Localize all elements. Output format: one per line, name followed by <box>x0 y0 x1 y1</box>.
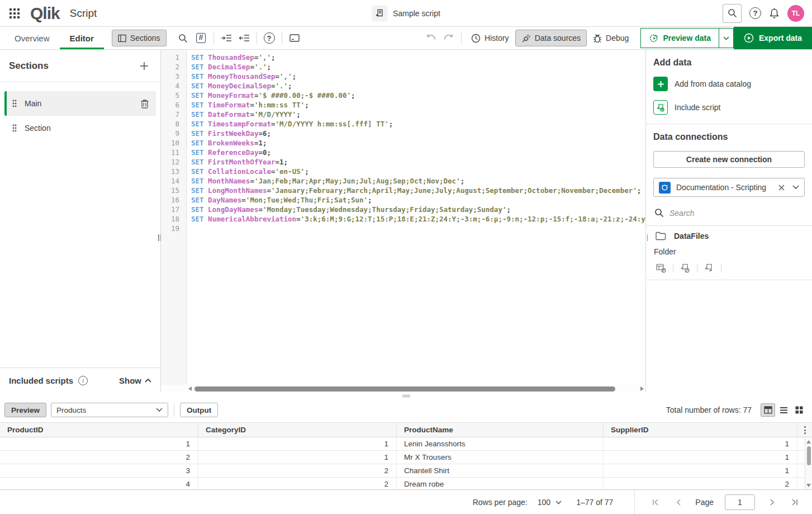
console-icon[interactable] <box>286 30 303 46</box>
code-line[interactable] <box>191 224 645 233</box>
code-line[interactable]: SET ThousandSep=','; <box>191 53 645 62</box>
tab-editor[interactable]: Editor <box>60 27 104 49</box>
output-button[interactable]: Output <box>180 403 218 417</box>
scrollbar-thumb[interactable] <box>807 446 811 465</box>
section-item-main[interactable]: Main <box>4 91 156 116</box>
connection-search-input[interactable] <box>669 209 764 218</box>
code-line[interactable]: SET LongMonthNames='January;February;Mar… <box>191 186 645 195</box>
code-area[interactable]: SET ThousandSep=',';SET DecimalSep='.';S… <box>187 50 645 385</box>
code-line[interactable]: SET FirstWeekDay=6; <box>191 129 645 138</box>
splitter-drag-handle[interactable] <box>402 394 410 398</box>
section-item-label: Section <box>25 124 149 133</box>
sections-toggle-button[interactable]: Sections <box>112 30 167 46</box>
document-title[interactable]: Sample script <box>372 6 440 21</box>
next-page-icon[interactable] <box>766 497 777 508</box>
list-view-icon[interactable] <box>776 403 791 417</box>
info-icon[interactable]: i <box>78 376 88 385</box>
table-row[interactable]: 42Dream robe2 <box>0 478 812 489</box>
scroll-up-icon[interactable] <box>806 440 811 444</box>
undo-icon[interactable] <box>422 30 440 46</box>
table-vertical-scrollbar[interactable] <box>805 438 812 489</box>
panel-resize-handle[interactable] <box>645 234 650 243</box>
line-number: 4 <box>161 81 186 91</box>
previous-page-icon[interactable] <box>673 497 684 508</box>
included-scripts-bar: Included scripts i Show <box>0 367 160 393</box>
rows-per-page-select[interactable]: 100 <box>538 498 562 507</box>
column-header[interactable]: CategoryID <box>198 423 397 437</box>
page-number-input[interactable] <box>725 494 755 510</box>
preview-button[interactable]: Preview <box>4 403 46 417</box>
debug-button[interactable]: Debug <box>587 30 635 46</box>
clear-connection-icon[interactable] <box>778 185 785 191</box>
editor-horizontal-scrollbar[interactable] <box>161 385 645 393</box>
code-line[interactable]: SET MoneyThousandSep=','; <box>191 72 645 81</box>
outdent-icon[interactable] <box>235 30 253 46</box>
scroll-down-icon[interactable] <box>806 484 811 487</box>
column-header[interactable]: SupplierID <box>604 423 797 437</box>
help-icon[interactable]: ? <box>749 7 761 19</box>
global-search-button[interactable] <box>723 4 742 23</box>
preview-data-button[interactable]: Preview data <box>640 28 719 48</box>
find-replace-icon[interactable] <box>174 30 192 46</box>
syntax-help-icon[interactable]: ? <box>264 32 275 44</box>
included-scripts-show-toggle[interactable]: Show <box>119 376 151 385</box>
add-section-button[interactable] <box>137 59 151 73</box>
code-line[interactable]: SET BrokenWeeks=1; <box>191 138 645 148</box>
user-avatar[interactable]: TL <box>787 5 804 22</box>
notifications-bell-icon[interactable] <box>769 8 780 19</box>
comment-icon[interactable]: // <box>192 30 210 46</box>
redo-icon[interactable] <box>440 30 458 46</box>
select-data-icon[interactable] <box>653 262 669 274</box>
code-line[interactable]: SET FirstMonthOfYear=1; <box>191 157 645 167</box>
data-sources-button[interactable]: Data sources <box>515 30 587 46</box>
tab-overview[interactable]: Overview <box>4 27 60 49</box>
include-script-button[interactable]: Include script <box>653 100 805 115</box>
code-line[interactable]: SET DateFormat='M/D/YYYY'; <box>191 110 645 119</box>
delete-section-icon[interactable] <box>140 98 149 109</box>
code-line[interactable]: SET NumericalAbbreviation='3:k;6:M;9:G;1… <box>191 214 645 224</box>
column-header[interactable]: ProductName <box>397 423 604 437</box>
app-launcher-icon[interactable] <box>7 6 22 21</box>
table-row[interactable]: 32Chantell Shirt1 <box>0 464 812 478</box>
code-line[interactable]: SET TimestampFormat='M/D/YYYY h:mm:ss[.f… <box>191 119 645 129</box>
datafiles-connection-item[interactable]: DataFiles <box>653 226 805 244</box>
connection-chevron-down-icon[interactable] <box>792 185 799 190</box>
edit-script-icon[interactable] <box>701 262 717 274</box>
first-page-icon[interactable] <box>650 497 662 508</box>
code-line[interactable]: SET TimeFormat='h:mm:ss TT'; <box>191 100 645 110</box>
export-data-button[interactable]: Export data <box>734 27 812 49</box>
insert-include-script-icon[interactable] <box>677 262 693 274</box>
history-button[interactable]: History <box>465 30 515 46</box>
sections-toggle-label: Sections <box>130 34 160 43</box>
table-view-icon[interactable] <box>761 403 775 417</box>
code-line[interactable]: SET DecimalSep='.'; <box>191 62 645 72</box>
code-line[interactable]: SET MoneyDecimalSep='.'; <box>191 81 645 91</box>
column-header[interactable]: ProductID <box>0 423 198 437</box>
table-row[interactable]: 21Mr X Trousers1 <box>0 451 812 464</box>
indent-icon[interactable] <box>217 30 235 46</box>
code-line[interactable]: SET LongDayNames='Monday;Tuesday;Wednesd… <box>191 205 645 214</box>
table-menu-kebab-icon[interactable] <box>800 425 809 435</box>
last-page-icon[interactable] <box>789 497 800 508</box>
grid-view-icon[interactable] <box>792 403 806 417</box>
table-row[interactable]: 11Lenin Jeansshorts1 <box>0 437 812 451</box>
table-select-dropdown[interactable]: Products <box>51 403 168 417</box>
scroll-left-icon[interactable] <box>188 386 192 391</box>
scroll-right-icon[interactable] <box>640 386 644 391</box>
connection-select[interactable]: Documentation - Scripting <box>653 178 805 197</box>
code-line[interactable]: SET MoneyFormat='$ ###0.00;-$ ###0.00'; <box>191 91 645 100</box>
create-new-connection-button[interactable]: Create new connection <box>653 151 805 168</box>
section-item-section[interactable]: Section <box>4 116 156 140</box>
scrollbar-thumb[interactable] <box>194 386 615 392</box>
code-token: 'January;February;March;April;May;June;J… <box>271 186 637 195</box>
code-line[interactable]: SET DayNames='Mon;Tue;Wed;Thu;Fri;Sat;Su… <box>191 195 645 205</box>
sidebar-resize-handle[interactable] <box>158 234 163 243</box>
preview-data-caret[interactable] <box>719 28 734 48</box>
add-from-data-catalog-button[interactable]: Add from data catalog <box>653 77 805 91</box>
code-line[interactable]: SET MonthNames='Jan;Feb;Mar;Apr;May;Jun;… <box>191 176 645 186</box>
toolbar-divider <box>213 32 214 44</box>
code-line[interactable]: SET ReferenceDay=0; <box>191 148 645 157</box>
code-token: LongMonthNames <box>208 186 267 195</box>
code-line[interactable]: SET CollationLocale='en-US'; <box>191 167 645 176</box>
code-token: SET <box>191 63 208 71</box>
